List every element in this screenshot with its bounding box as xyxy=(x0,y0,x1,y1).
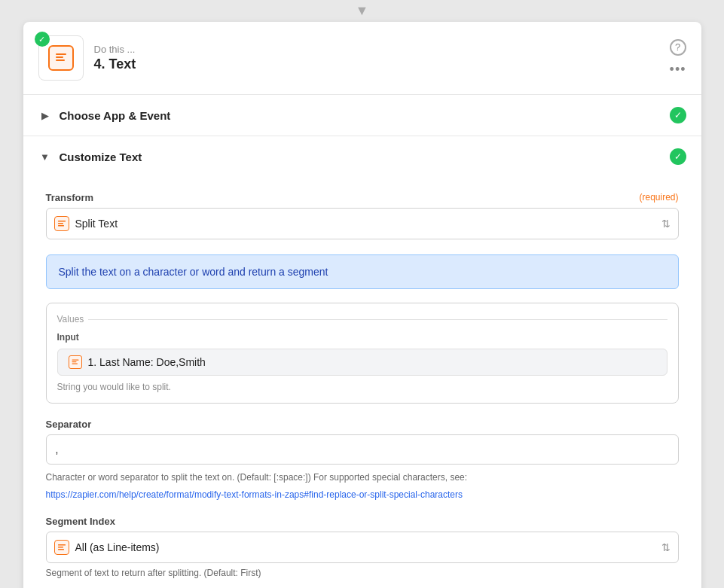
step-icon-wrapper: ✓ xyxy=(38,35,84,81)
input-hint: String you would like to split. xyxy=(57,382,667,392)
chevron-right-icon: ▶ xyxy=(38,108,52,122)
step-name: 4. Text xyxy=(94,56,670,72)
help-icon[interactable]: ? xyxy=(670,39,686,56)
more-options-icon[interactable]: ••• xyxy=(670,62,686,78)
svg-rect-4 xyxy=(58,223,63,224)
svg-rect-8 xyxy=(72,364,78,364)
customize-text-title: Customize Text xyxy=(60,151,670,163)
transform-field: Transform (required) Split Text ⇅ xyxy=(46,192,679,239)
input-sublabel: Input xyxy=(57,332,667,343)
separator-field: Separator Character or word separator to… xyxy=(46,419,679,501)
separator-input[interactable] xyxy=(46,434,679,465)
choose-app-section-header[interactable]: ▶ Choose App & Event ✓ xyxy=(23,95,701,136)
svg-rect-11 xyxy=(58,549,64,550)
input-chip-text: 1. Last Name: Doe,Smith xyxy=(88,356,206,368)
choose-app-title: Choose App & Event xyxy=(60,109,670,122)
required-badge: (required) xyxy=(639,192,678,203)
transform-caret-icon: ⇅ xyxy=(661,218,671,230)
segment-index-field: Segment Index All (as Line-items) xyxy=(46,516,679,578)
svg-rect-10 xyxy=(58,547,63,548)
text-app-icon xyxy=(48,45,74,71)
connector-arrow: ▼ xyxy=(0,0,724,19)
info-banner: Split the text on a character or word an… xyxy=(46,254,679,289)
step-subtitle: Do this ... xyxy=(94,44,670,55)
separator-label: Separator xyxy=(46,419,679,430)
segment-caret-icon: ⇅ xyxy=(661,541,671,553)
segment-select-value: All (as Line-items) xyxy=(75,541,160,553)
svg-rect-5 xyxy=(58,225,64,227)
segment-index-label: Segment Index xyxy=(46,516,679,527)
svg-rect-6 xyxy=(72,360,78,361)
svg-rect-2 xyxy=(56,59,65,61)
transform-select[interactable]: Split Text ⇅ xyxy=(46,208,679,239)
separator-link[interactable]: https://zapier.com/help/create/format/mo… xyxy=(46,489,463,500)
segment-hint: Segment of text to return after splittin… xyxy=(46,568,679,578)
values-box: Values Input 1. Last Name: Doe,Smit xyxy=(46,303,679,404)
choose-app-section: ▶ Choose App & Event ✓ xyxy=(23,95,701,136)
main-card: ✓ Do this ... 4. Text ? ••• xyxy=(23,22,701,588)
svg-rect-9 xyxy=(58,544,66,546)
step-header: ✓ Do this ... 4. Text ? ••• xyxy=(23,22,701,95)
customize-text-content: Transform (required) Split Text ⇅ xyxy=(23,177,701,588)
transform-select-icon xyxy=(54,216,69,231)
segment-select-wrapper: All (as Line-items) ⇅ xyxy=(46,532,679,563)
separator-hint: Character or word separator to split the… xyxy=(46,471,679,484)
header-actions: ? ••• xyxy=(670,39,686,78)
page-wrapper: ▼ ✓ Do this ... 4. Text ? ••• xyxy=(0,0,724,588)
customize-text-check: ✓ xyxy=(670,148,686,165)
values-label-group: Values xyxy=(57,314,667,324)
transform-label: Transform (required) xyxy=(46,192,679,203)
check-badge: ✓ xyxy=(35,32,50,47)
chevron-down-icon: ▼ xyxy=(38,150,52,163)
choose-app-check: ✓ xyxy=(670,107,686,123)
svg-rect-0 xyxy=(56,53,66,55)
input-chip[interactable]: 1. Last Name: Doe,Smith xyxy=(57,349,667,376)
segment-select-icon xyxy=(54,540,69,555)
transform-select-value: Split Text xyxy=(75,218,118,230)
step-title: Do this ... 4. Text xyxy=(94,44,670,72)
divider-line xyxy=(88,319,667,320)
values-group-label: Values xyxy=(57,314,84,324)
segment-index-select[interactable]: All (as Line-items) ⇅ xyxy=(46,532,679,563)
customize-text-section: ▼ Customize Text ✓ Transform (required) xyxy=(23,136,701,588)
customize-text-section-header[interactable]: ▼ Customize Text ✓ xyxy=(23,136,701,177)
input-chip-icon xyxy=(69,355,82,369)
svg-rect-3 xyxy=(58,221,66,222)
svg-rect-1 xyxy=(56,56,63,58)
svg-rect-7 xyxy=(72,361,76,362)
